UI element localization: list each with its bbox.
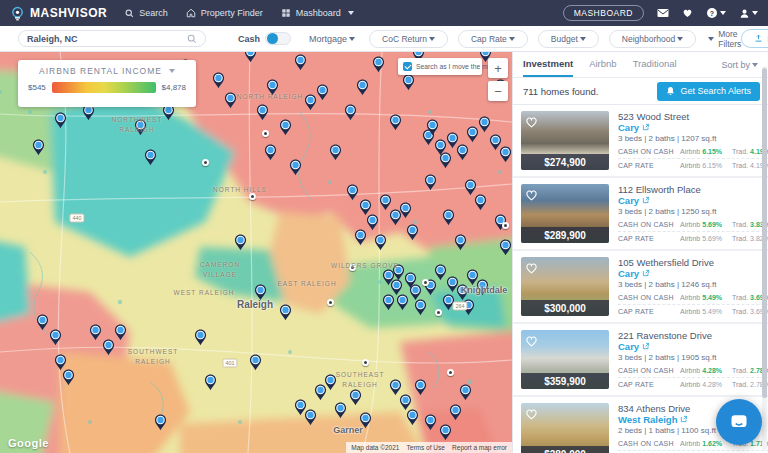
location-search[interactable] bbox=[18, 30, 206, 47]
heatmap-legend[interactable]: AIRBNB RENTAL INCOME $545 $4,878 bbox=[18, 60, 196, 107]
nav-property-finder[interactable]: Property Finder bbox=[186, 8, 263, 18]
chat-widget-button[interactable] bbox=[716, 399, 762, 445]
map-pin[interactable] bbox=[279, 119, 292, 136]
favorite-heart-icon[interactable] bbox=[525, 187, 538, 205]
map-pin[interactable] bbox=[212, 72, 225, 89]
map-pin[interactable] bbox=[294, 54, 307, 71]
property-card[interactable]: $359,900221 Ravenstone DriveCary3 beds |… bbox=[513, 324, 768, 395]
map-pin[interactable] bbox=[194, 329, 207, 346]
filter-button-neighborhood[interactable]: Neighborhood bbox=[609, 30, 696, 48]
map-pin[interactable] bbox=[474, 194, 487, 211]
map-pin[interactable] bbox=[464, 179, 477, 196]
map-marker-dot[interactable] bbox=[327, 299, 334, 306]
map-pin[interactable] bbox=[62, 369, 75, 386]
location-search-input[interactable] bbox=[27, 34, 187, 44]
map-pin[interactable] bbox=[406, 224, 419, 241]
map-pin[interactable] bbox=[426, 119, 439, 136]
map-pin[interactable] bbox=[316, 84, 329, 101]
envelope-icon[interactable] bbox=[657, 8, 669, 18]
map-pin[interactable] bbox=[439, 424, 452, 441]
map-pin[interactable] bbox=[424, 414, 437, 431]
map-pin[interactable] bbox=[454, 234, 467, 251]
map-pin[interactable] bbox=[399, 202, 412, 219]
favorite-heart-icon[interactable] bbox=[525, 406, 538, 424]
property-neighborhood-link[interactable]: Cary bbox=[618, 122, 768, 133]
map-pin[interactable] bbox=[36, 314, 49, 331]
map-pin[interactable] bbox=[406, 409, 419, 426]
search-icon[interactable] bbox=[187, 34, 197, 44]
map-pin[interactable] bbox=[424, 174, 437, 191]
nav-search[interactable]: Search bbox=[125, 8, 168, 18]
filter-button-cap-rate[interactable]: Cap Rate bbox=[458, 30, 528, 48]
map-marker-dot[interactable] bbox=[202, 159, 209, 166]
nav-mashboard[interactable]: Mashboard bbox=[281, 8, 354, 18]
map-pin[interactable] bbox=[382, 294, 395, 311]
map-pin[interactable] bbox=[204, 374, 217, 391]
map-pin[interactable] bbox=[154, 414, 167, 431]
map-attribution[interactable]: Map data ©2021 Terms of Use Report a map… bbox=[346, 442, 512, 453]
map-pin[interactable] bbox=[224, 92, 237, 109]
map-pin[interactable] bbox=[499, 239, 512, 256]
get-search-alerts-button[interactable]: Get Search Alerts bbox=[657, 82, 760, 101]
map-marker-dot[interactable] bbox=[435, 309, 442, 316]
map-pin[interactable] bbox=[372, 56, 385, 73]
export-button[interactable]: Export bbox=[741, 29, 768, 48]
map-pin[interactable] bbox=[442, 209, 455, 226]
map-pin[interactable] bbox=[334, 402, 347, 419]
favorite-heart-icon[interactable] bbox=[525, 260, 538, 278]
map-pin[interactable] bbox=[144, 149, 157, 166]
map-pin[interactable] bbox=[346, 184, 359, 201]
legend-title-row[interactable]: AIRBNB RENTAL INCOME bbox=[28, 66, 186, 76]
tab-investment[interactable]: Investment bbox=[523, 52, 573, 77]
map-pin[interactable] bbox=[289, 159, 302, 176]
map-marker-dot[interactable] bbox=[447, 369, 454, 376]
property-card[interactable]: $274,900523 Wood StreetCary3 beds | 2 ba… bbox=[513, 105, 768, 176]
property-neighborhood-link[interactable]: Cary bbox=[618, 268, 768, 279]
map-marker-dot[interactable] bbox=[422, 279, 429, 286]
map-pin[interactable] bbox=[114, 324, 127, 341]
map-pin[interactable] bbox=[366, 214, 379, 231]
filter-button-budget[interactable]: Budget bbox=[538, 30, 599, 48]
map-marker-dot[interactable] bbox=[362, 359, 369, 366]
mashboard-button[interactable]: MASHBOARD bbox=[563, 5, 644, 21]
map-marker-dot[interactable] bbox=[262, 130, 269, 137]
property-neighborhood-link[interactable]: Cary bbox=[618, 341, 768, 352]
map-pin[interactable] bbox=[354, 229, 367, 246]
help-menu[interactable]: ? bbox=[706, 7, 726, 19]
map-pin[interactable] bbox=[374, 234, 387, 251]
map-pin[interactable] bbox=[244, 52, 257, 63]
map-zoom-in-button[interactable]: + bbox=[488, 58, 508, 78]
heatmap-map[interactable]: NORTH RALEIGHNORTHWEST RALEIGHNORTH HILL… bbox=[0, 52, 512, 453]
map-marker-dot[interactable] bbox=[502, 222, 509, 229]
map-pin[interactable] bbox=[54, 112, 67, 129]
map-pin[interactable] bbox=[439, 152, 452, 169]
map-pin[interactable] bbox=[234, 234, 247, 251]
map-pin[interactable] bbox=[402, 74, 415, 91]
map-pin[interactable] bbox=[256, 104, 269, 121]
panel-scrollbar[interactable] bbox=[762, 66, 767, 450]
map-pin[interactable] bbox=[459, 384, 472, 401]
map-pin[interactable] bbox=[449, 404, 462, 421]
map-pin[interactable] bbox=[414, 379, 427, 396]
map-pin[interactable] bbox=[102, 339, 115, 356]
map-pin[interactable] bbox=[356, 79, 369, 96]
search-as-move-checkbox[interactable] bbox=[403, 62, 412, 71]
scrollbar-thumb[interactable] bbox=[762, 68, 767, 398]
mashvisor-logo[interactable]: MASHVISOR bbox=[10, 6, 107, 21]
filter-button-coc-return[interactable]: CoC Return bbox=[369, 30, 448, 48]
map-zoom-out-button[interactable]: − bbox=[488, 81, 508, 101]
map-pin[interactable] bbox=[54, 354, 67, 371]
map-pin[interactable] bbox=[478, 116, 491, 133]
map-pin[interactable] bbox=[249, 354, 262, 371]
map-pin[interactable] bbox=[396, 294, 409, 311]
map-pin[interactable] bbox=[344, 104, 357, 121]
map-pin[interactable] bbox=[329, 144, 342, 161]
favorite-heart-icon[interactable] bbox=[525, 114, 538, 132]
map-pin[interactable] bbox=[264, 144, 277, 161]
mortgage-dropdown[interactable]: Mortgage bbox=[309, 34, 355, 44]
tab-traditional[interactable]: Traditional bbox=[633, 52, 677, 77]
account-menu[interactable] bbox=[739, 8, 758, 19]
map-pin[interactable] bbox=[456, 144, 469, 161]
property-neighborhood-link[interactable]: Cary bbox=[618, 195, 768, 206]
favorite-heart-icon[interactable] bbox=[525, 333, 538, 351]
